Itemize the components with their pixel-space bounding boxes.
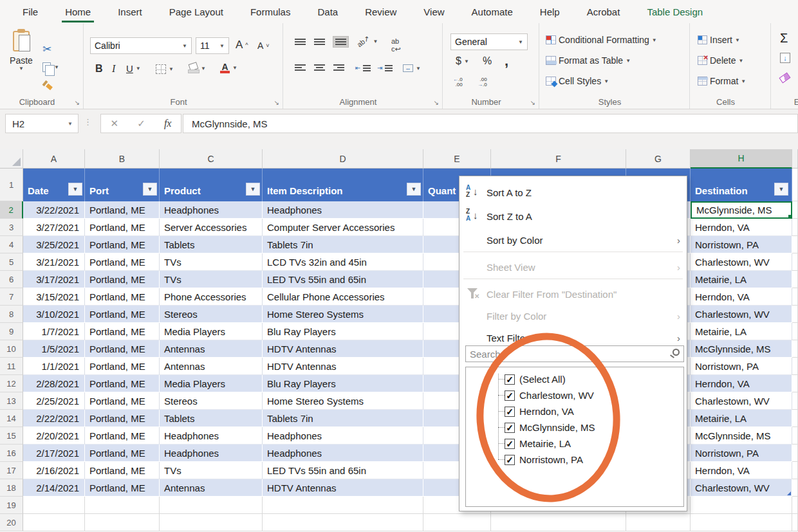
cell[interactable]: 2/14/2021 [23,479,85,497]
row-header-11[interactable]: 11 [0,358,23,375]
destination-filter-button[interactable]: ▼ [774,183,788,196]
checked-checkbox[interactable]: ✓ [505,423,515,433]
cell[interactable] [23,514,85,531]
tab-home[interactable]: Home [51,0,104,23]
cell[interactable] [792,358,798,375]
column-header-E[interactable]: E [423,149,491,169]
cell[interactable]: Charlestown, WV [691,306,792,323]
cell[interactable]: Antennas [160,479,263,497]
cell[interactable]: Portland, ME [85,219,160,236]
dialog-launcher-icon[interactable]: ↘ [530,99,535,106]
cell[interactable]: LCD TVs 32in and 45in [263,253,423,271]
formula-input[interactable]: McGlynnside, MS [183,114,798,133]
cell[interactable] [792,340,798,358]
underline-button[interactable]: U▼ [126,63,141,74]
cell[interactable]: Herndon, VA [691,462,792,479]
comma-style-button[interactable]: , [505,53,508,69]
cell[interactable] [423,514,491,531]
cell[interactable] [792,236,798,253]
tab-help[interactable]: Help [526,0,573,23]
cell[interactable]: Portland, ME [85,253,160,271]
decrease-decimal-button[interactable]: .00→.0 [478,77,487,87]
row-header-7[interactable]: 7 [0,288,23,306]
row-header-15[interactable]: 15 [0,427,23,445]
cell[interactable] [792,479,798,497]
cell[interactable] [792,323,798,340]
cell[interactable] [626,514,691,531]
cell[interactable]: 1/7/2021 [23,323,85,340]
tab-formulas[interactable]: Formulas [237,0,304,23]
column-header-H[interactable]: H [691,149,792,169]
cell[interactable]: 3/25/2021 [23,236,85,253]
cell[interactable] [691,514,792,531]
cell[interactable]: Media Players [160,323,263,340]
cell[interactable]: Norristown, PA [691,445,792,462]
row-header-16[interactable]: 16 [0,445,23,462]
filter-option-select-all[interactable]: ✓(Select All) [466,371,683,387]
dialog-launcher-icon[interactable]: ↘ [434,99,439,106]
checked-checkbox[interactable]: ✓ [505,374,515,385]
cell[interactable]: Tablets [160,410,263,427]
checked-checkbox[interactable]: ✓ [505,390,515,401]
align-bottom-button[interactable] [333,37,348,47]
cell[interactable]: Stereos [160,392,263,410]
cell[interactable]: Norristown, PA [691,236,792,253]
column-header-F[interactable]: F [491,149,626,169]
cell[interactable] [85,514,160,531]
cell[interactable]: Server Accessories [160,219,263,236]
cell[interactable]: Charlestown, WV [691,392,792,410]
cell[interactable]: HDTV Antennas [263,479,423,497]
cell[interactable]: Portland, ME [85,375,160,392]
cell[interactable]: 3/17/2021 [23,271,85,288]
filter-button-product[interactable]: ▼ [246,183,260,196]
cell[interactable]: Portland, ME [85,271,160,288]
cell[interactable]: Portland, ME [85,340,160,358]
menu-item-sort-a-to-z[interactable]: AZ↓Sort A to Z [459,181,687,203]
cell[interactable]: Tablets [160,236,263,253]
checked-checkbox[interactable]: ✓ [505,439,515,449]
row-header-3[interactable]: 3 [0,219,23,236]
cell[interactable] [792,253,798,271]
search-input[interactable] [465,345,684,362]
cell[interactable]: Media Players [160,375,263,392]
cell[interactable]: Portland, ME [85,306,160,323]
row-header-18[interactable]: 18 [0,479,23,497]
cell[interactable]: 3/27/2021 [23,219,85,236]
fill-button[interactable]: ↓ [780,53,790,63]
clear-button[interactable] [780,75,790,81]
name-box[interactable]: H2 ▼ [5,114,79,133]
wrap-text-button[interactable]: abc↩ [391,37,401,53]
align-top-button[interactable] [295,39,306,45]
cell[interactable]: 3/22/2021 [23,201,85,219]
filter-button-port[interactable]: ▼ [143,183,157,196]
cell[interactable]: Metairie, LA [691,271,792,288]
cell[interactable]: 2/28/2021 [23,375,85,392]
cell[interactable]: Portland, ME [85,479,160,497]
percent-style-button[interactable]: % [483,55,492,67]
row-header-17[interactable]: 17 [0,462,23,479]
cell[interactable]: Portland, ME [85,410,160,427]
accounting-format-button[interactable]: $▼ [456,55,469,67]
cell[interactable] [491,514,626,531]
row-header-2[interactable]: 2 [0,201,23,219]
row-header-19[interactable]: 19 [0,497,23,514]
row-header-6[interactable]: 6 [0,271,23,288]
row-header-5[interactable]: 5 [0,253,23,271]
cell[interactable]: Headphones [263,445,423,462]
cell[interactable]: Headphones [263,201,423,219]
cell[interactable]: Home Stereo Systems [263,392,423,410]
cell[interactable]: 3/21/2021 [23,253,85,271]
autosum-button[interactable]: Σ [780,31,788,46]
cell[interactable]: Headphones [160,445,263,462]
font-size-combo[interactable]: 11▼ [196,37,229,54]
align-right-button[interactable] [333,64,344,71]
cell[interactable]: Headphones [160,427,263,445]
filter-option-herndon-va[interactable]: ✓Herndon, VA [466,403,683,419]
filter-button-date[interactable]: ▼ [68,183,82,196]
borders-button[interactable]: ▼ [156,64,174,74]
row-header-4[interactable]: 4 [0,236,23,253]
merge-center-button[interactable]: ↔▼ [403,64,421,72]
cell[interactable] [792,392,798,410]
cell[interactable]: Portland, ME [85,323,160,340]
format-as-table-button[interactable]: Format as Table▼ [546,55,631,66]
